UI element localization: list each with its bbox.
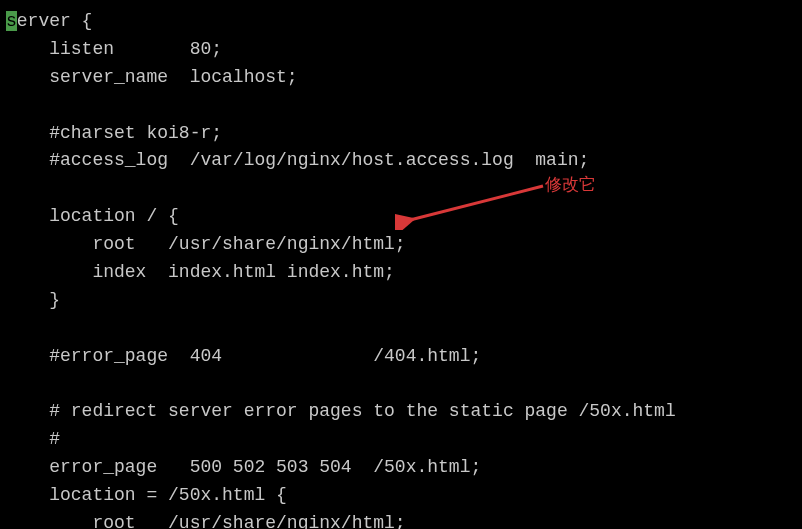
code-line: location = /50x.html { [6,482,796,510]
code-line [6,175,796,203]
code-line: #access_log /var/log/nginx/host.access.l… [6,147,796,175]
code-line: # [6,426,796,454]
cursor: s [6,11,17,31]
code-line: listen 80; [6,36,796,64]
code-line: server_name localhost; [6,64,796,92]
code-line [6,315,796,343]
annotation-label: 修改它 [545,172,596,198]
code-line: index index.html index.htm; [6,259,796,287]
code-line: root /usr/share/nginx/html; [6,231,796,259]
code-line [6,371,796,399]
code-line: error_page 500 502 503 504 /50x.html; [6,454,796,482]
code-line: location / { [6,203,796,231]
code-line: #charset koi8-r; [6,120,796,148]
code-line: #error_page 404 /404.html; [6,343,796,371]
code-line: # redirect server error pages to the sta… [6,398,796,426]
terminal-editor[interactable]: server { listen 80; server_name localhos… [6,8,796,529]
code-line [6,92,796,120]
code-line: server { [6,8,796,36]
code-line: root /usr/share/nginx/html; [6,510,796,529]
code-line: } [6,287,796,315]
